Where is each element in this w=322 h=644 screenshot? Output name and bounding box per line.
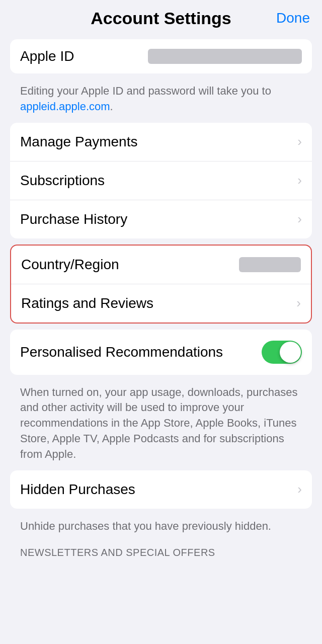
- subscriptions-chevron: ›: [297, 173, 302, 188]
- manage-payments-label: Manage Payments: [20, 134, 137, 150]
- personalised-card: Personalised Recommendations: [10, 330, 312, 375]
- hidden-purchases-card: Hidden Purchases ›: [10, 470, 312, 509]
- content-area: Apple ID ●●●●●●●●●●●●●●●●●●● Editing you…: [0, 31, 322, 577]
- ratings-reviews-chevron: ›: [296, 295, 301, 311]
- hidden-purchases-description: Unhide purchases that you have previousl…: [10, 515, 312, 542]
- country-region-label: Country/Region: [21, 257, 119, 273]
- main-menu-card: Manage Payments › Subscriptions › Purcha…: [10, 123, 312, 238]
- helper-suffix: .: [110, 100, 113, 113]
- country-region-value: ●●●●●●●: [239, 257, 301, 272]
- personalised-label: Personalised Recommendations: [20, 344, 262, 360]
- page-title: Account Settings: [91, 9, 231, 28]
- apple-id-row[interactable]: Apple ID ●●●●●●●●●●●●●●●●●●●: [10, 39, 312, 73]
- ratings-reviews-row[interactable]: Ratings and Reviews ›: [11, 284, 311, 323]
- country-region-card: Country/Region ●●●●●●● Ratings and Revie…: [10, 245, 312, 324]
- purchase-history-row[interactable]: Purchase History ›: [10, 200, 312, 238]
- toggle-knob: [280, 342, 301, 363]
- done-button[interactable]: Done: [276, 10, 310, 26]
- purchase-history-chevron: ›: [297, 211, 302, 227]
- personalised-row: Personalised Recommendations: [10, 330, 312, 375]
- apple-id-label: Apple ID: [20, 48, 74, 64]
- personalised-description: When turned on, your app usage, download…: [10, 381, 312, 470]
- helper-prefix: Editing your Apple ID and password will …: [20, 85, 271, 97]
- apple-id-value: ●●●●●●●●●●●●●●●●●●●: [148, 49, 302, 64]
- newsletters-section-label: NEWSLETTERS AND SPECIAL OFFERS: [10, 542, 312, 561]
- apple-id-helper: Editing your Apple ID and password will …: [10, 79, 312, 123]
- subscriptions-row[interactable]: Subscriptions ›: [10, 162, 312, 200]
- manage-payments-row[interactable]: Manage Payments ›: [10, 123, 312, 162]
- hidden-purchases-chevron: ›: [297, 481, 302, 497]
- manage-payments-chevron: ›: [297, 134, 302, 149]
- subscriptions-label: Subscriptions: [20, 173, 105, 189]
- header: Account Settings Done: [0, 0, 322, 31]
- purchase-history-label: Purchase History: [20, 211, 127, 227]
- country-region-row[interactable]: Country/Region ●●●●●●●: [11, 246, 311, 284]
- apple-id-link[interactable]: appleid.apple.com: [20, 100, 110, 113]
- hidden-purchases-label: Hidden Purchases: [20, 481, 135, 498]
- personalised-toggle[interactable]: [262, 341, 302, 364]
- ratings-reviews-label: Ratings and Reviews: [21, 295, 153, 311]
- apple-id-card: Apple ID ●●●●●●●●●●●●●●●●●●●: [10, 39, 312, 73]
- hidden-purchases-row[interactable]: Hidden Purchases ›: [10, 470, 312, 509]
